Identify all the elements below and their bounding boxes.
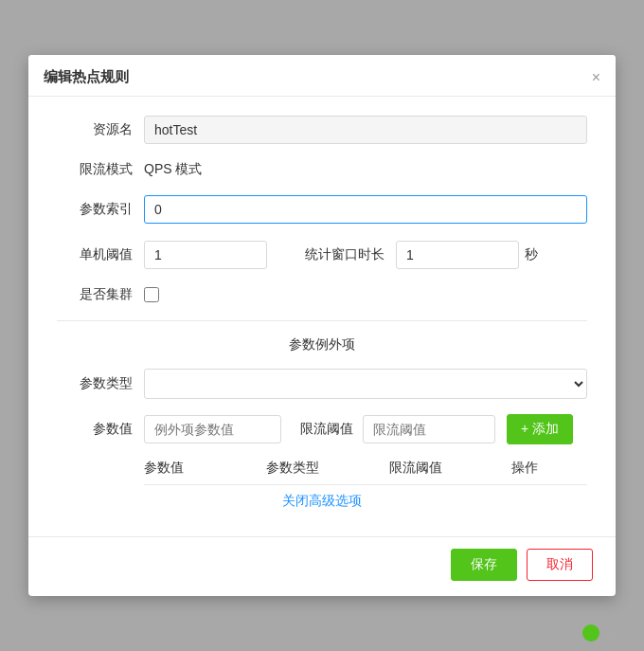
cancel-button[interactable]: 取消 xyxy=(527,549,593,581)
dialog: 编辑热点规则 × 资源名 限流模式 QPS 模式 参数索引 单机阈值 xyxy=(28,55,616,596)
stat-window-label: 统计窗口时长 xyxy=(305,246,385,263)
add-button[interactable]: + 添加 xyxy=(507,414,573,444)
section-divider xyxy=(57,320,587,321)
param-value-input[interactable] xyxy=(144,415,281,443)
param-type-row: 参数类型 int long float double String boolea… xyxy=(57,369,587,399)
resource-name-input[interactable] xyxy=(144,116,587,144)
single-threshold-input[interactable] xyxy=(144,241,267,269)
param-index-input[interactable] xyxy=(144,195,587,224)
table-header: 参数值 参数类型 限流阈值 操作 xyxy=(144,460,587,485)
dialog-header: 编辑热点规则 × xyxy=(28,55,616,97)
save-button[interactable]: 保存 xyxy=(451,549,517,581)
dialog-title: 编辑热点规则 xyxy=(44,68,129,86)
section-title: 参数例外项 xyxy=(57,336,587,353)
resource-name-row: 资源名 xyxy=(57,116,587,144)
param-index-label: 参数索引 xyxy=(57,201,133,218)
table-col-param-value: 参数值 xyxy=(144,460,266,477)
param-type-select[interactable]: int long float double String boolean xyxy=(144,369,587,399)
is-cluster-checkbox[interactable] xyxy=(144,287,159,302)
watermark-text: 牧小农 xyxy=(603,626,635,641)
param-type-label: 参数类型 xyxy=(57,375,133,392)
dialog-footer: 保存 取消 xyxy=(28,536,616,596)
watermark-icon xyxy=(582,624,599,642)
table-col-threshold: 限流阈值 xyxy=(389,460,511,477)
flow-mode-row: 限流模式 QPS 模式 xyxy=(57,161,587,178)
is-cluster-row: 是否集群 xyxy=(57,286,587,303)
dialog-body: 资源名 限流模式 QPS 模式 参数索引 单机阈值 统计窗口时长 秒 xyxy=(28,97,616,529)
stat-window-input[interactable] xyxy=(396,241,519,269)
flow-mode-value: QPS 模式 xyxy=(144,161,202,178)
resource-name-label: 资源名 xyxy=(57,121,133,138)
table-col-action: 操作 xyxy=(511,460,587,477)
close-advanced: 关闭高级选项 xyxy=(57,493,587,510)
threshold-stat-row: 单机阈值 统计窗口时长 秒 xyxy=(57,241,587,269)
dialog-overlay: 编辑热点规则 × 资源名 限流模式 QPS 模式 参数索引 单机阈值 xyxy=(0,0,644,651)
param-index-row: 参数索引 xyxy=(57,195,587,224)
threshold-input[interactable] xyxy=(363,415,495,443)
watermark: 牧小农 xyxy=(582,624,635,642)
param-value-row: 参数值 限流阈值 + 添加 xyxy=(57,414,587,444)
close-icon[interactable]: × xyxy=(592,70,600,85)
table-col-param-type: 参数类型 xyxy=(266,460,388,477)
param-value-label: 参数值 xyxy=(57,421,133,438)
close-advanced-link[interactable]: 关闭高级选项 xyxy=(282,493,362,508)
stat-window-unit: 秒 xyxy=(525,246,538,263)
is-cluster-label: 是否集群 xyxy=(57,286,133,303)
single-threshold-label: 单机阈值 xyxy=(57,246,133,263)
threshold-label: 限流阈值 xyxy=(300,421,353,438)
flow-mode-label: 限流模式 xyxy=(57,161,133,178)
